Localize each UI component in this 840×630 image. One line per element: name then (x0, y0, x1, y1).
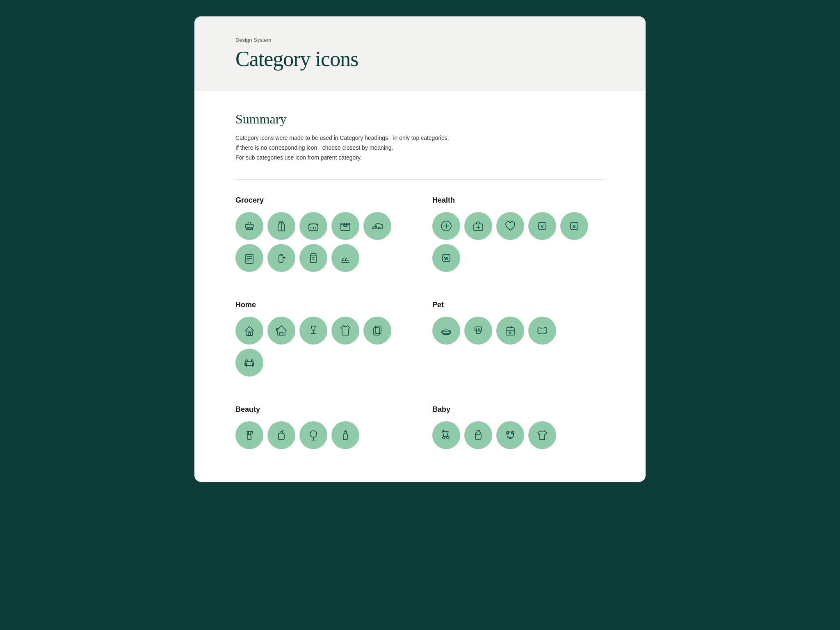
content-section: Summary Category icons were made to be u… (194, 91, 646, 482)
svg-point-45 (509, 332, 511, 333)
baby-toy-icon (496, 421, 524, 449)
pet-box-icon (496, 317, 524, 345)
category-grocery: Grocery (235, 196, 408, 276)
health-heart-icon (496, 212, 524, 240)
svg-rect-6 (341, 223, 350, 231)
category-health: Health V (432, 196, 605, 276)
health-supplement-icon: S (560, 212, 588, 240)
svg-rect-28 (246, 331, 253, 336)
svg-rect-51 (343, 434, 347, 440)
grocery-icons-row-1 (235, 212, 408, 240)
home-house2-icon (267, 317, 295, 345)
grocery-milk-icon (299, 244, 327, 272)
pet-bone-icon (528, 317, 556, 345)
category-baby: Baby (432, 405, 605, 453)
category-home: Home (235, 301, 408, 381)
grocery-steam-icon (331, 244, 359, 272)
category-grocery-title: Grocery (235, 196, 408, 205)
health-wellness-icon: W (432, 244, 460, 272)
svg-point-8 (379, 227, 380, 229)
beauty-perfume-icon (267, 421, 295, 449)
home-shirt-icon (331, 317, 359, 345)
baby-stroller-icon (432, 421, 460, 449)
beauty-lipstick-icon (235, 421, 263, 449)
svg-rect-47 (278, 433, 284, 440)
pet-bowl-icon (432, 317, 460, 345)
pet-icons-row-1 (432, 317, 605, 345)
beauty-icons-row-1 (235, 421, 408, 449)
summary-text: Category icons were made to be used in C… (235, 133, 605, 162)
category-beauty: Beauty (235, 405, 408, 453)
grocery-bottle-icon (267, 212, 295, 240)
category-beauty-title: Beauty (235, 405, 408, 414)
page-title: Category icons (235, 47, 605, 71)
svg-text:W: W (444, 256, 449, 261)
summary-title: Summary (235, 112, 605, 127)
svg-point-9 (376, 226, 377, 227)
grocery-icons-row-2 (235, 244, 408, 272)
grocery-card-icon (235, 244, 263, 272)
category-pet: Pet (432, 301, 605, 381)
home-icons-row-1 (235, 317, 408, 377)
category-health-title: Health (432, 196, 605, 205)
baby-bottle-icon (464, 421, 492, 449)
categories-grid: Grocery (235, 196, 605, 457)
home-lamp-icon (299, 317, 327, 345)
home-house1-icon (235, 317, 263, 345)
category-baby-title: Baby (432, 405, 605, 414)
home-sofa-icon (235, 349, 263, 377)
svg-point-48 (310, 431, 317, 437)
grocery-spray-icon (267, 244, 295, 272)
summary-line-2: If there is no corresponding icon - choo… (235, 143, 605, 153)
section-divider (235, 179, 605, 180)
health-medkit-icon (464, 212, 492, 240)
pet-brush-icon (464, 317, 492, 345)
health-icons-row-1: V S W (432, 212, 605, 272)
svg-rect-14 (279, 255, 283, 262)
category-home-title: Home (235, 301, 408, 309)
svg-text:V: V (541, 224, 544, 229)
category-pet-title: Pet (432, 301, 605, 309)
home-cards-icon (363, 317, 391, 345)
grocery-bread-icon (299, 212, 327, 240)
svg-rect-10 (246, 254, 253, 263)
svg-rect-29 (248, 333, 251, 336)
grocery-box-icon (331, 212, 359, 240)
header-section: Design System Category icons (194, 16, 646, 91)
svg-text:S: S (573, 224, 575, 229)
grocery-cheese-icon (363, 212, 391, 240)
beauty-mirror-icon (299, 421, 327, 449)
breadcrumb: Design System (235, 37, 605, 43)
health-vitamin-icon: V (528, 212, 556, 240)
beauty-nailpolish-icon (331, 421, 359, 449)
health-cross-icon (432, 212, 460, 240)
summary-line-1: Category icons were made to be used in C… (235, 133, 605, 143)
svg-rect-44 (506, 328, 514, 335)
main-card: Design System Category icons Summary Cat… (194, 16, 646, 482)
baby-icons-row-1 (432, 421, 605, 449)
grocery-basket-icon (235, 212, 263, 240)
svg-rect-46 (248, 435, 251, 440)
svg-rect-34 (375, 326, 381, 333)
baby-onesie-icon (528, 421, 556, 449)
svg-rect-30 (280, 332, 283, 335)
svg-rect-33 (374, 328, 379, 335)
summary-line-3: For sub categories use icon from parent … (235, 153, 605, 163)
